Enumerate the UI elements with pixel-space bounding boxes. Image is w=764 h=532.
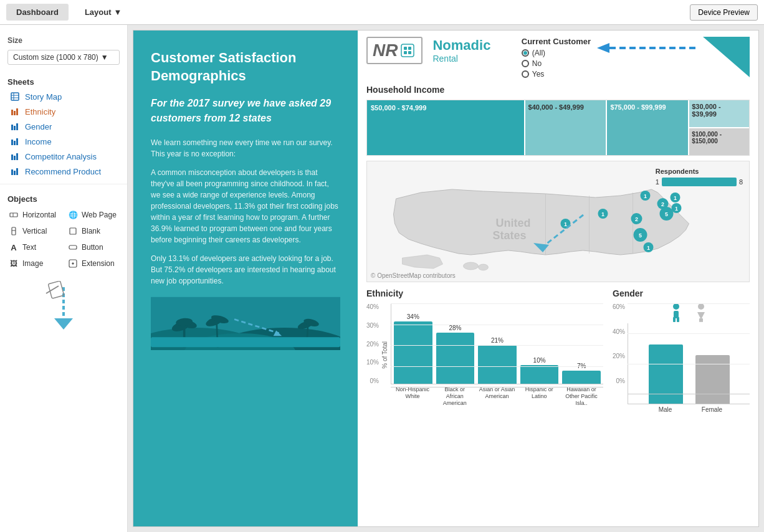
bar-group-4: 10% <box>520 357 559 384</box>
gender-label: Gender <box>25 122 52 131</box>
svg-rect-13 <box>11 154 13 160</box>
svg-rect-12 <box>16 138 18 145</box>
cursor-arrow-icon <box>45 281 82 331</box>
ethnicity-title: Ethnicity <box>366 288 603 298</box>
svg-text:1: 1 <box>674 195 677 201</box>
svg-text:2: 2 <box>661 201 664 207</box>
svg-text:2: 2 <box>635 216 638 222</box>
bottom-charts: Ethnicity 40% 30% 20% 10% 0% % <box>366 288 750 413</box>
recommend-icon <box>10 166 20 176</box>
dashboard-area: Customer Satisfaction Demographics For t… <box>133 30 759 527</box>
filter-option-no[interactable]: No <box>522 59 591 68</box>
household-income-section: Household Income $50,000 - $74,999 $40,0… <box>366 85 750 156</box>
svg-text:5: 5 <box>639 232 642 239</box>
svg-text:1: 1 <box>601 211 604 217</box>
paragraph1: We learn something new every time we run… <box>151 137 340 159</box>
svg-rect-23 <box>70 228 76 234</box>
logo-area: NR Nomadic Rental <box>366 37 490 64</box>
map-section[interactable]: United States 1 2 1 1 5 <box>366 161 750 282</box>
income-block-4: $30,000 - $39,999 <box>689 100 749 127</box>
radio-dot-no <box>522 60 529 67</box>
svg-rect-83 <box>673 317 676 322</box>
content-area: Customer Satisfaction Demographics For t… <box>128 25 764 532</box>
male-icon <box>670 303 682 322</box>
income-treemap[interactable]: $50,000 - $74,999 $40,000 - $49,999 $75,… <box>366 100 750 156</box>
story-map-label: Story Map <box>25 92 62 102</box>
svg-rect-0 <box>11 93 19 100</box>
svg-rect-87 <box>701 318 703 322</box>
vertical-icon <box>9 226 19 236</box>
sidebar-item-income[interactable]: Income <box>0 134 127 149</box>
gender-x-labels: Male Female <box>628 406 750 413</box>
respondents-bar <box>662 178 737 186</box>
paragraph2: A common misconception about developers … <box>151 167 340 245</box>
extension-icon <box>68 259 78 268</box>
svg-rect-86 <box>699 318 701 322</box>
button-icon <box>68 242 78 252</box>
right-panel: NR Nomadic Rental <box>358 31 758 526</box>
object-extension[interactable]: Extension <box>64 256 122 271</box>
filter-option-yes[interactable]: Yes <box>522 70 591 78</box>
svg-point-85 <box>698 303 704 310</box>
gender-title: Gender <box>613 288 750 298</box>
object-webpage[interactable]: 🌐 Web Page <box>64 207 122 222</box>
logo-icon <box>399 42 416 59</box>
sidebar-item-competitor[interactable]: Competitor Analysis <box>0 149 127 164</box>
sidebar-item-gender[interactable]: Gender <box>0 119 127 134</box>
ethnicity-bars: 34% 28% 21% <box>391 303 603 384</box>
tab-layout[interactable]: Layout ▼ <box>75 4 132 21</box>
respondents-legend: Respondents 1 8 <box>656 168 743 186</box>
gender-chart: 60% 40% 20% 0% <box>613 303 750 413</box>
svg-rect-15 <box>16 153 18 160</box>
income-block-2: $40,000 - $49,999 <box>525 100 606 155</box>
svg-line-29 <box>46 286 59 293</box>
svg-rect-49 <box>408 47 411 50</box>
income-block-group: $30,000 - $39,999 $100,000 - $150,000 <box>689 100 749 155</box>
svg-rect-4 <box>11 110 13 115</box>
svg-rect-11 <box>14 141 16 145</box>
svg-rect-18 <box>16 168 18 175</box>
bar-non-hispanic <box>394 321 432 384</box>
image-icon: 🖼 <box>9 259 19 268</box>
income-icon <box>10 136 20 146</box>
size-label: Size <box>0 31 127 47</box>
svg-rect-44 <box>151 337 340 347</box>
object-horizontal[interactable]: Horizontal <box>5 207 63 222</box>
ethnicity-chart: 40% 30% 20% 10% 0% % of Total <box>366 303 603 406</box>
ethnicity-y-label: % of Total <box>381 303 388 406</box>
bar-female <box>695 355 730 404</box>
svg-rect-8 <box>14 126 16 130</box>
object-button[interactable]: Button <box>64 240 122 255</box>
sidebar-item-recommend[interactable]: Recommend Product <box>0 164 127 179</box>
filter-title: Current Customer <box>522 37 591 46</box>
device-preview-button[interactable]: Device Preview <box>690 4 758 21</box>
filter-option-all[interactable]: (All) <box>522 49 591 57</box>
size-select[interactable]: Custom size (1000 x 780) ▼ <box>7 50 120 65</box>
object-text[interactable]: A Text <box>5 240 63 255</box>
gender-icons <box>628 303 750 322</box>
sidebar-item-story-map[interactable]: Story Map <box>0 89 127 104</box>
header-row: NR Nomadic Rental <box>366 37 750 78</box>
filter-radio-group: (All) No Yes <box>522 49 591 78</box>
svg-point-56 <box>479 264 489 270</box>
radio-dot-yes <box>522 70 529 78</box>
respondents-title: Respondents <box>656 168 743 175</box>
bar-hawaiian <box>562 371 601 384</box>
income-block-3: $75,000 - $99,999 <box>607 100 688 155</box>
bar-group-male <box>649 344 683 404</box>
income-block-5: $100,000 - $150,000 <box>689 128 749 155</box>
sidebar-item-ethnicity[interactable]: Ethnicity <box>0 104 127 119</box>
object-blank[interactable]: Blank <box>64 224 122 239</box>
gender-y-labels: 60% 40% 20% 0% <box>613 303 628 384</box>
svg-text:States: States <box>493 229 527 242</box>
tab-dashboard[interactable]: Dashboard <box>6 4 69 21</box>
logo-nr: NR <box>373 40 398 60</box>
object-image[interactable]: 🖼 Image <box>5 256 63 271</box>
object-vertical[interactable]: Vertical <box>5 224 63 239</box>
left-panel: Customer Satisfaction Demographics For t… <box>133 31 358 526</box>
svg-text:1: 1 <box>647 245 650 251</box>
logo-name: Nomadic <box>432 37 490 54</box>
bar-black <box>436 333 475 384</box>
bar-group-3: 21% <box>478 337 517 384</box>
competitor-icon <box>10 151 20 161</box>
